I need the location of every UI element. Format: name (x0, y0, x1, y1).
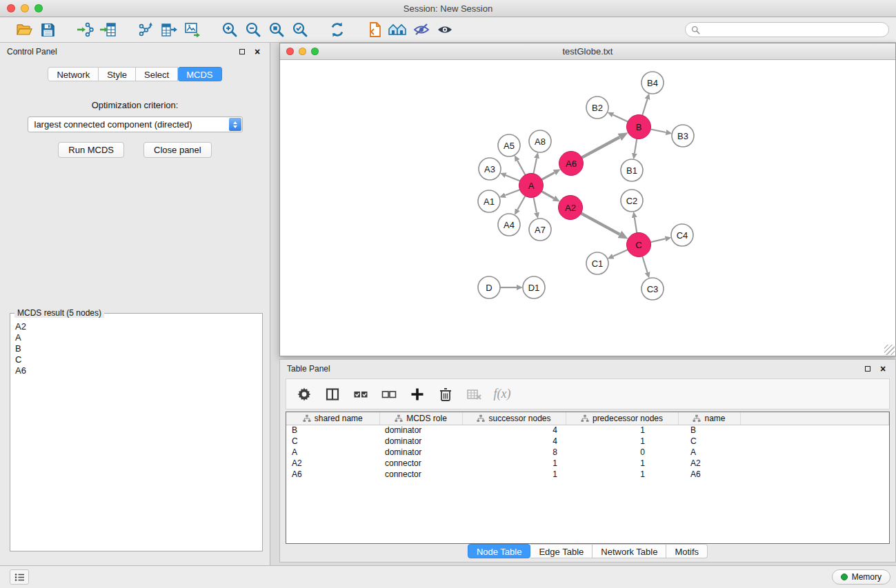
float-panel-button[interactable] (237, 46, 248, 57)
network-node-C1[interactable]: C1 (586, 252, 608, 274)
table-row[interactable]: Cdominator41C (286, 436, 889, 447)
table-cell[interactable]: dominator (379, 436, 462, 447)
table-cell[interactable]: 1 (566, 425, 678, 436)
table-cell[interactable]: connector (379, 469, 462, 480)
network-edge-C-C2[interactable] (635, 218, 637, 233)
network-canvas[interactable]: B4B2BB3A5A8A6A3B1AA1C2A2A4A7C4CC1C3DD1 (281, 61, 895, 355)
table-cell[interactable]: A2 (678, 458, 740, 469)
mcds-result-item[interactable]: B (12, 343, 261, 354)
deselect-all-button[interactable] (379, 385, 399, 404)
delete-column-button[interactable] (436, 385, 455, 404)
mcds-result-item[interactable]: C (12, 354, 261, 365)
resize-grip[interactable] (884, 345, 895, 355)
table-cell[interactable]: B (678, 425, 740, 436)
table-row[interactable]: Bdominator41B (286, 425, 889, 436)
network-edge-C-C3[interactable] (642, 256, 647, 272)
zoom-out-button[interactable] (241, 19, 265, 41)
close-panel-action-button[interactable]: Close panel (143, 142, 212, 158)
network-node-B2[interactable]: B2 (586, 97, 608, 119)
show-columns-button[interactable] (323, 385, 342, 404)
network-node-D1[interactable]: D1 (523, 276, 545, 298)
network-node-C2[interactable]: C2 (621, 190, 643, 212)
network-node-B[interactable]: B (627, 115, 651, 139)
table-row[interactable]: A2connector11A2 (286, 458, 889, 469)
table-tab-network-table[interactable]: Network Table (593, 544, 666, 558)
table-cell[interactable]: dominator (379, 447, 462, 458)
column-header-predecessor-nodes[interactable]: predecessor nodes (566, 412, 678, 425)
table-cell[interactable]: A (678, 447, 740, 458)
network-edge-A-A8[interactable] (533, 158, 537, 173)
close-window-button[interactable] (7, 4, 15, 12)
network-edge-A2-C[interactable] (581, 213, 619, 234)
memory-button[interactable]: Memory (832, 569, 890, 585)
close-network-button[interactable] (286, 48, 294, 55)
network-node-A2[interactable]: A2 (559, 196, 583, 220)
save-session-button[interactable] (36, 19, 59, 41)
table-cell[interactable]: connector (379, 458, 462, 469)
table-cell[interactable]: 8 (462, 447, 566, 458)
show-details-button[interactable] (433, 19, 457, 41)
network-edge-A-A1[interactable] (505, 190, 519, 195)
export-network-button[interactable] (134, 19, 157, 41)
tab-mcds[interactable]: MCDS (178, 67, 221, 81)
network-node-B4[interactable]: B4 (641, 72, 664, 94)
select-all-button[interactable] (351, 385, 370, 404)
zoom-in-button[interactable] (218, 19, 241, 41)
table-cell[interactable]: 1 (462, 469, 566, 480)
table-cell[interactable]: 4 (462, 436, 566, 447)
table-cell[interactable]: A6 (678, 469, 740, 480)
table-cell[interactable]: 4 (462, 425, 566, 436)
table-cell[interactable]: A2 (286, 458, 379, 469)
document-tool-button[interactable] (363, 19, 386, 41)
network-node-D[interactable]: D (478, 276, 500, 298)
table-cell[interactable]: B (286, 425, 379, 436)
column-header-mcds-role[interactable]: MCDS role (379, 412, 462, 425)
table-cell[interactable]: A6 (286, 469, 379, 480)
table-settings-button[interactable] (295, 385, 314, 404)
tab-select[interactable]: Select (136, 67, 178, 81)
network-node-A[interactable]: A (519, 174, 544, 198)
network-edge-A-A3[interactable] (506, 175, 520, 181)
hide-details-button[interactable] (410, 19, 433, 41)
network-edge-B-B2[interactable] (613, 115, 628, 122)
table-cell[interactable]: 0 (566, 447, 678, 458)
mcds-result-item[interactable]: A2 (12, 321, 261, 332)
refresh-layout-button[interactable] (326, 19, 349, 41)
zoom-network-button[interactable] (311, 48, 319, 55)
network-node-A7[interactable]: A7 (529, 219, 551, 241)
network-node-A6[interactable]: A6 (559, 152, 584, 176)
table-cell[interactable]: 1 (566, 458, 678, 469)
table-tab-node-table[interactable]: Node Table (468, 544, 531, 558)
mcds-result-item[interactable]: A6 (12, 365, 261, 376)
network-edge-A-A6[interactable] (541, 172, 555, 179)
open-session-button[interactable] (12, 19, 36, 41)
network-node-A1[interactable]: A1 (478, 190, 500, 212)
column-header-name[interactable]: name (678, 412, 740, 425)
first-neighbors-button[interactable] (386, 19, 410, 41)
network-node-A4[interactable]: A4 (498, 214, 520, 236)
search-input[interactable] (704, 25, 883, 34)
network-edge-A-A7[interactable] (533, 197, 537, 212)
table-cell[interactable]: 1 (566, 469, 678, 480)
table-tab-edge-table[interactable]: Edge Table (530, 544, 593, 558)
network-edge-B-B3[interactable] (650, 129, 666, 132)
close-panel-button[interactable]: × (252, 46, 263, 57)
zoom-fit-button[interactable] (265, 19, 288, 41)
table-cell[interactable]: 1 (462, 458, 566, 469)
table-tab-motifs[interactable]: Motifs (666, 544, 708, 558)
float-table-panel-button[interactable] (862, 363, 873, 374)
network-edge-B-B4[interactable] (642, 99, 647, 115)
column-header-successor-nodes[interactable]: successor nodes (462, 412, 566, 425)
network-edge-A6-B[interactable] (581, 137, 619, 158)
network-edge-A-A2[interactable] (541, 192, 554, 199)
run-mcds-button[interactable]: Run MCDS (58, 142, 124, 158)
network-edge-C-C1[interactable] (613, 250, 628, 256)
table-cell[interactable]: C (678, 436, 740, 447)
column-header-shared-name[interactable]: shared name (286, 412, 379, 425)
network-node-C[interactable]: C (627, 233, 651, 257)
network-node-A5[interactable]: A5 (498, 134, 520, 156)
import-table-button[interactable] (97, 19, 120, 41)
network-node-B1[interactable]: B1 (621, 159, 643, 181)
network-node-A3[interactable]: A3 (479, 158, 501, 180)
add-column-button[interactable] (408, 385, 427, 404)
